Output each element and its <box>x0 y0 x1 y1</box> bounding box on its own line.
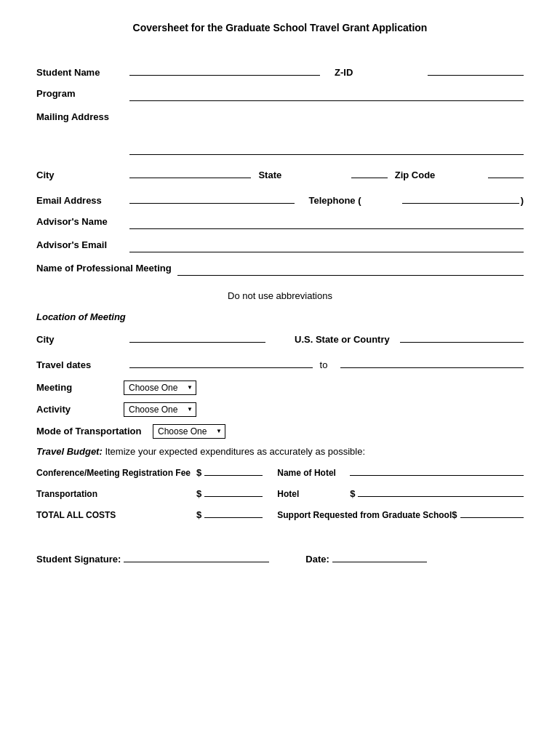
meeting-label: Meeting <box>36 382 124 393</box>
activity-dropdown[interactable]: Choose One <box>124 402 196 417</box>
zid-label: Z-ID <box>335 67 422 78</box>
transportation-input[interactable] <box>204 485 263 497</box>
zip-code-label: Zip Code <box>395 170 482 180</box>
activity-label: Activity <box>36 404 124 415</box>
student-name-row: Student Name Z-ID <box>36 63 524 78</box>
to-label: to <box>320 359 328 370</box>
name-of-meeting-row: Name of Professional Meeting <box>36 263 524 276</box>
travel-dates-row: Travel dates to <box>36 355 524 370</box>
state-group: State <box>258 165 387 180</box>
total-costs-input[interactable] <box>204 506 263 518</box>
location-of-meeting-row: Location of Meeting <box>36 311 524 322</box>
total-costs-row: TOTAL ALL COSTS $ Support Requested from… <box>36 506 524 520</box>
signature-group: Student Signature: <box>36 549 269 565</box>
activity-row: Activity Choose One <box>36 402 524 417</box>
location-of-meeting-label: Location of Meeting <box>36 311 126 322</box>
hotel-input[interactable] <box>358 485 524 497</box>
support-input[interactable] <box>460 506 524 518</box>
city-input[interactable] <box>129 165 251 178</box>
advisors-name-label: Advisor's Name <box>36 216 124 227</box>
meeting-dropdown[interactable]: Choose One <box>124 381 196 395</box>
us-state-country-input[interactable] <box>400 330 524 343</box>
city-group: City <box>36 165 251 180</box>
conference-fee-dollar: $ <box>196 467 201 478</box>
phone-group: Telephone ( ) <box>309 191 524 206</box>
travel-dates-label: Travel dates <box>36 359 124 370</box>
city-label: City <box>36 170 124 180</box>
us-state-country-label: U.S. State or Country <box>295 334 390 345</box>
name-of-meeting-label: Name of Professional Meeting <box>36 263 172 274</box>
student-name-input[interactable] <box>129 63 320 76</box>
total-costs-dollar: $ <box>196 509 201 520</box>
budget-title: Travel Budget: Itemize your expected exp… <box>36 446 524 457</box>
telephone-close: ) <box>521 195 524 206</box>
mailing-address-label: Mailing Address <box>36 111 124 122</box>
transportation-dollar: $ <box>196 488 201 499</box>
zip-code-input[interactable] <box>488 165 524 178</box>
budget-section: Travel Budget: Itemize your expected exp… <box>36 446 524 520</box>
student-name-label: Student Name <box>36 67 124 78</box>
conference-fee-row: Conference/Meeting Registration Fee $ Na… <box>36 464 524 478</box>
advisors-email-input[interactable] <box>129 239 524 252</box>
email-phone-row: Email Address Telephone ( ) <box>36 191 524 206</box>
name-of-hotel-label: Name of Hotel <box>277 468 350 478</box>
signature-row: Student Signature: Date: <box>36 549 524 565</box>
mode-transportation-dropdown[interactable]: Choose One <box>153 424 225 439</box>
date-label: Date: <box>305 554 329 565</box>
total-costs-label: TOTAL ALL COSTS <box>36 510 196 520</box>
date-group: Date: <box>305 549 427 565</box>
signature-label: Student Signature: <box>36 554 121 565</box>
name-of-meeting-input[interactable] <box>177 263 524 276</box>
meeting-row: Meeting Choose One <box>36 381 524 395</box>
state-input[interactable] <box>351 165 387 178</box>
city2-label: City <box>36 334 124 345</box>
email-address-input[interactable] <box>129 191 295 204</box>
advisors-email-row: Advisor's Email <box>36 239 524 252</box>
advisors-name-input[interactable] <box>129 216 524 229</box>
support-group: Support Requested from Graduate School $ <box>277 506 524 520</box>
support-dollar: $ <box>452 509 457 520</box>
mode-transportation-row: Mode of Transportation Choose One <box>36 424 524 439</box>
city2-input[interactable] <box>129 330 265 343</box>
transportation-row: Transportation $ Hotel $ <box>36 485 524 499</box>
hotel-label: Hotel <box>277 489 350 499</box>
budget-title-bold: Travel Budget: <box>36 446 103 457</box>
program-input[interactable] <box>129 88 524 101</box>
zip-group: Zip Code <box>395 165 524 180</box>
do-not-abbreviate-text: Do not use abbreviations <box>36 290 524 301</box>
hotel-dollar: $ <box>350 488 355 499</box>
city-state-zip-row: City State Zip Code <box>36 165 524 180</box>
signature-input[interactable] <box>124 549 269 562</box>
conference-fee-label: Conference/Meeting Registration Fee <box>36 468 196 478</box>
location-city-country-row: City U.S. State or Country <box>36 330 524 345</box>
mailing-address-row: Mailing Address <box>36 111 524 155</box>
telephone-input[interactable] <box>402 191 519 204</box>
name-of-hotel-group: Name of Hotel <box>277 464 524 478</box>
conference-fee-input[interactable] <box>204 464 263 476</box>
mode-transportation-label: Mode of Transportation <box>36 426 153 437</box>
travel-dates-end-input[interactable] <box>340 355 524 368</box>
date-input[interactable] <box>332 549 427 562</box>
mailing-address-input[interactable] <box>129 111 524 155</box>
budget-title-rest: Itemize your expected expenditures as ac… <box>103 446 365 457</box>
page-title: Coversheet for the Graduate School Trave… <box>36 22 524 33</box>
program-label: Program <box>36 88 124 99</box>
transportation-label: Transportation <box>36 489 196 499</box>
travel-dates-start-input[interactable] <box>129 355 313 368</box>
telephone-label: Telephone ( <box>309 195 396 206</box>
advisors-name-row: Advisor's Name <box>36 216 524 229</box>
advisors-email-label: Advisor's Email <box>36 239 124 250</box>
hotel-group: Hotel $ <box>277 485 524 499</box>
email-address-label: Email Address <box>36 195 124 206</box>
program-row: Program <box>36 88 524 101</box>
name-of-hotel-input[interactable] <box>350 464 524 476</box>
zid-input[interactable] <box>428 63 524 76</box>
support-label: Support Requested from Graduate School <box>277 510 452 520</box>
email-group: Email Address <box>36 191 295 206</box>
state-label: State <box>258 170 345 180</box>
